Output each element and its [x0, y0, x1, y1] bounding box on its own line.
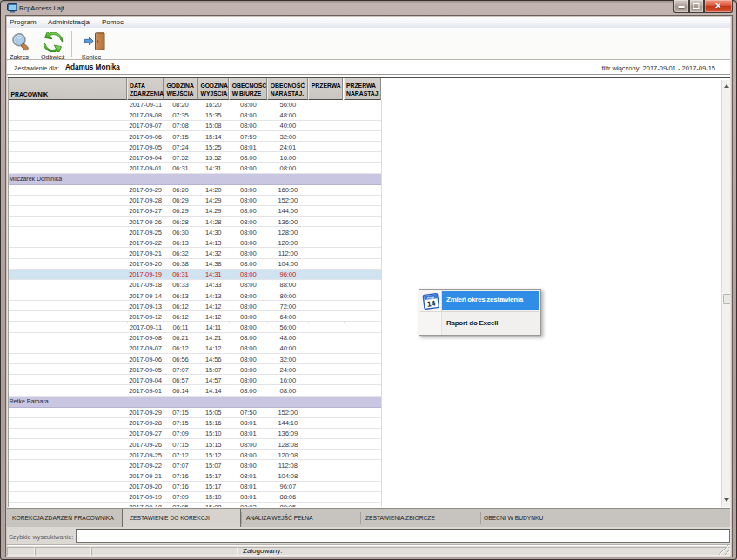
- svg-text:14: 14: [426, 298, 436, 308]
